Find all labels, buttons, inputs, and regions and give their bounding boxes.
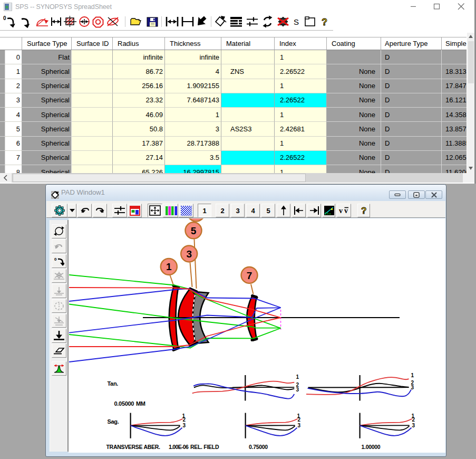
svg-text:3: 3 [411, 385, 414, 390]
svg-text:1: 1 [166, 261, 172, 272]
svg-text:2: 2 [183, 417, 186, 423]
svg-text:1: 1 [296, 374, 299, 380]
svg-text:3: 3 [183, 423, 186, 428]
svg-text:0: 0 [3, 15, 6, 21]
svg-text:3: 3 [186, 248, 192, 260]
svg-text:REL. FIELD: REL. FIELD [190, 444, 219, 450]
svg-text:2: 2 [412, 417, 415, 423]
svg-text:0.75000: 0.75000 [249, 444, 268, 450]
svg-text:7: 7 [247, 270, 252, 281]
svg-text:TRANSVERSE ABER.: TRANSVERSE ABER. [106, 444, 161, 450]
svg-text:3: 3 [412, 423, 415, 428]
svg-text:0.05000: 0.05000 [114, 400, 134, 407]
svg-text:?: ? [322, 17, 327, 27]
svg-text:v: v [339, 207, 343, 215]
svg-text:1: 1 [411, 372, 414, 378]
svg-text:3: 3 [296, 387, 299, 393]
svg-text:?: ? [361, 206, 366, 216]
svg-text:Sag.: Sag. [108, 418, 119, 425]
svg-text:2: 2 [298, 417, 301, 423]
svg-text:1.00E-06: 1.00E-06 [169, 444, 189, 450]
svg-text:3: 3 [298, 423, 301, 428]
svg-text:1.00000: 1.00000 [362, 444, 381, 450]
svg-text:MM: MM [136, 400, 145, 407]
svg-text:0: 0 [54, 257, 57, 262]
svg-text:5: 5 [191, 225, 197, 236]
svg-text:S: S [294, 17, 299, 26]
svg-text:Tan.: Tan. [108, 380, 119, 387]
